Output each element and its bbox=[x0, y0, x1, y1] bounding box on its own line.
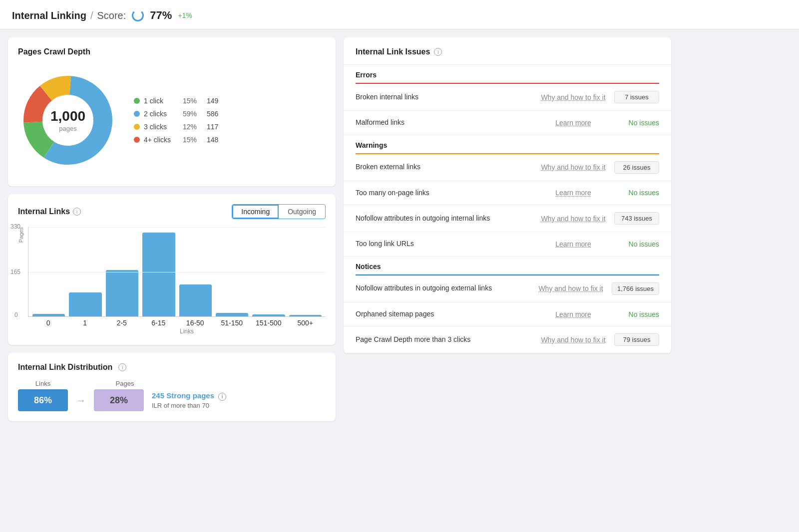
issue-orphaned-sitemap-status: No issues bbox=[614, 310, 659, 318]
dist-pages-label: Pages bbox=[100, 380, 150, 387]
issue-long-urls-name: Too long link URLs bbox=[356, 239, 532, 249]
gridline-top bbox=[28, 227, 326, 228]
x-label-500plus: 500+ bbox=[289, 319, 322, 327]
page-title: Internal Linking bbox=[12, 10, 86, 21]
y-label-330: 330 bbox=[10, 223, 20, 230]
dist-bar-labels: Links Pages bbox=[18, 380, 326, 387]
legend-count-1click: 149 bbox=[207, 97, 218, 105]
x-label-151-500: 151-500 bbox=[252, 319, 285, 327]
donut-center-number: 1,000 bbox=[50, 108, 85, 124]
issue-too-many-links-link[interactable]: Learn more bbox=[538, 189, 608, 197]
issue-nofollow-external-link[interactable]: Why and how to fix it bbox=[536, 284, 606, 292]
bar-51-150 bbox=[216, 313, 248, 316]
issue-nofollow-internal-badge: 743 issues bbox=[614, 212, 659, 225]
right-column: Internal Link Issues i Errors Broken int… bbox=[344, 37, 671, 421]
internal-links-toggle[interactable]: Incoming Outgoing bbox=[232, 204, 326, 219]
issue-broken-external-name: Broken external links bbox=[356, 162, 532, 172]
issue-long-urls: Too long link URLs Learn more No issues bbox=[344, 232, 671, 257]
legend-dot-1click bbox=[134, 98, 140, 104]
issue-orphaned-sitemap: Orphaned sitemap pages Learn more No iss… bbox=[344, 302, 671, 327]
issue-nofollow-external-name: Nofollow attributes in outgoing external… bbox=[356, 283, 530, 293]
legend-item-2clicks: 2 clicks 59% 586 bbox=[134, 110, 218, 118]
x-label-2-5: 2-5 bbox=[105, 319, 138, 327]
section-notices-label: Notices bbox=[344, 257, 671, 274]
section-warnings-label: Warnings bbox=[344, 135, 671, 153]
chart-body: Pages 330 165 0 bbox=[18, 227, 326, 335]
x-label-6-15: 6-15 bbox=[142, 319, 175, 327]
issues-card: Internal Link Issues i Errors Broken int… bbox=[344, 37, 671, 353]
issue-long-urls-status: No issues bbox=[614, 240, 659, 248]
donut-center-label: pages bbox=[59, 125, 76, 132]
issue-orphaned-sitemap-link[interactable]: Learn more bbox=[538, 310, 608, 318]
internal-links-info-icon[interactable]: i bbox=[73, 208, 81, 216]
page-header: Internal Linking / Score: 77% +1% bbox=[0, 0, 799, 29]
internal-links-title: Internal Links bbox=[18, 207, 70, 216]
incoming-toggle-button[interactable]: Incoming bbox=[232, 205, 279, 219]
legend-dot-4plusclicks bbox=[134, 137, 140, 143]
gridline-mid bbox=[28, 272, 326, 272]
bar-6-15 bbox=[142, 233, 175, 316]
bar-area: 330 165 0 bbox=[28, 227, 326, 317]
legend-item-4plusclicks: 4+ clicks 15% 148 bbox=[134, 136, 218, 144]
issue-long-urls-link[interactable]: Learn more bbox=[538, 240, 608, 248]
issue-malformed-link[interactable]: Learn more bbox=[538, 119, 608, 127]
outgoing-toggle-button[interactable]: Outgoing bbox=[279, 205, 325, 219]
legend-label-3clicks: 3 clicks bbox=[144, 123, 179, 131]
donut-legend: 1 click 15% 149 2 clicks 59% 586 3 click… bbox=[134, 97, 218, 144]
distribution-content: 86% → 28% 245 Strong pages i ILR of more… bbox=[18, 389, 326, 411]
dist-pages-bar: 28% bbox=[94, 389, 144, 411]
issue-broken-internal-link[interactable]: Why and how to fix it bbox=[538, 93, 608, 101]
y-axis: Pages bbox=[18, 227, 26, 335]
issue-malformed-links: Malformed links Learn more No issues bbox=[344, 111, 671, 135]
dist-arrow-spacer bbox=[78, 380, 90, 387]
issues-info-icon[interactable]: i bbox=[434, 48, 442, 56]
bar-chart-area: Pages 330 165 0 bbox=[18, 227, 326, 335]
x-label-1: 1 bbox=[69, 319, 102, 327]
distribution-title: Internal Link Distribution bbox=[18, 363, 112, 372]
issue-nofollow-internal-name: Nofollow attributes in outgoing internal… bbox=[356, 214, 532, 224]
legend-item-3clicks: 3 clicks 12% 117 bbox=[134, 123, 218, 131]
legend-label-4plusclicks: 4+ clicks bbox=[144, 136, 179, 144]
issue-orphaned-sitemap-name: Orphaned sitemap pages bbox=[356, 309, 532, 319]
bar-500plus bbox=[289, 315, 322, 316]
strong-pages-info-icon[interactable]: i bbox=[218, 393, 226, 401]
issue-crawl-depth: Page Crawl Depth more than 3 clicks Why … bbox=[344, 326, 671, 353]
issue-broken-internal: Broken internal links Why and how to fix… bbox=[344, 84, 671, 111]
x-axis-title: Links bbox=[48, 328, 326, 335]
score-label: Score: bbox=[97, 10, 126, 21]
dist-strong-pages-link[interactable]: 245 Strong pages i bbox=[152, 391, 226, 401]
distribution-info-icon[interactable]: i bbox=[118, 363, 126, 371]
distribution-header: Internal Link Distribution i bbox=[18, 363, 326, 372]
crawl-depth-title: Pages Crawl Depth bbox=[18, 47, 326, 56]
issue-malformed-status: No issues bbox=[614, 119, 659, 127]
issue-nofollow-internal-link[interactable]: Why and how to fix it bbox=[538, 215, 608, 223]
legend-pct-2clicks: 59% bbox=[183, 110, 203, 118]
bar-16-50 bbox=[179, 284, 212, 316]
issue-nofollow-internal: Nofollow attributes in outgoing internal… bbox=[344, 205, 671, 232]
x-label-51-150: 51-150 bbox=[216, 319, 249, 327]
dist-links-label: Links bbox=[18, 380, 68, 387]
main-layout: Pages Crawl Depth 1,000 bbox=[0, 29, 679, 429]
legend-pct-3clicks: 12% bbox=[183, 123, 203, 131]
issue-crawl-depth-name: Page Crawl Depth more than 3 clicks bbox=[356, 335, 532, 345]
dist-strong-info: 245 Strong pages i ILR of more than 70 bbox=[152, 391, 226, 409]
score-circle-icon bbox=[132, 9, 144, 21]
x-label-16-50: 16-50 bbox=[179, 319, 212, 327]
x-axis-labels: 0 1 2-5 6-15 16-50 51-150 151-500 500+ bbox=[28, 317, 326, 327]
x-label-0: 0 bbox=[32, 319, 65, 327]
bars-container: 330 165 0 bbox=[28, 227, 326, 316]
dist-ilr-text: ILR of more than 70 bbox=[152, 402, 226, 409]
legend-pct-1click: 15% bbox=[183, 97, 203, 105]
issue-broken-internal-name: Broken internal links bbox=[356, 92, 532, 102]
issue-crawl-depth-link[interactable]: Why and how to fix it bbox=[538, 336, 608, 344]
dist-arrow-icon: → bbox=[76, 395, 86, 406]
issue-malformed-name: Malformed links bbox=[356, 118, 532, 128]
issue-broken-external: Broken external links Why and how to fix… bbox=[344, 154, 671, 181]
issue-crawl-depth-badge: 79 issues bbox=[614, 333, 659, 346]
issue-broken-external-badge: 26 issues bbox=[614, 161, 659, 174]
left-column: Pages Crawl Depth 1,000 bbox=[8, 37, 336, 421]
y-label-0: 0 bbox=[14, 311, 18, 318]
donut-center: 1,000 pages bbox=[50, 108, 85, 132]
y-label-165: 165 bbox=[10, 268, 20, 275]
issue-broken-external-link[interactable]: Why and how to fix it bbox=[538, 163, 608, 171]
